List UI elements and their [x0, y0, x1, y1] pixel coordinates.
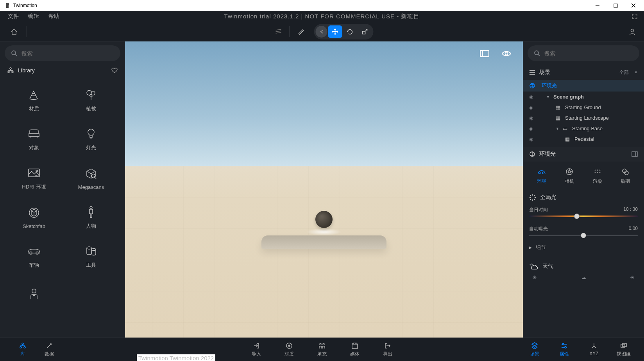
cloud-icon[interactable]: ☁: [581, 275, 586, 280]
time-slider-track[interactable]: [529, 216, 638, 217]
library-search[interactable]: [5, 45, 120, 61]
visibility-icon[interactable]: ◉: [529, 115, 535, 121]
library-item-vehicles[interactable]: 车辆: [6, 238, 62, 275]
viewport-ball: [315, 211, 333, 228]
tab-render[interactable]: 渲染: [586, 168, 609, 185]
rotate-tool-button[interactable]: [343, 25, 357, 38]
library-search-input[interactable]: [21, 50, 114, 57]
library-item-people[interactable]: 人物: [63, 199, 119, 236]
footer-scrap-text: Twinmotion Twinmotion 2022: [137, 354, 215, 361]
scene-filter-label[interactable]: 全部: [619, 69, 629, 76]
bottom-media-button[interactable]: 媒体: [344, 342, 366, 357]
viewport-3d[interactable]: [125, 41, 523, 338]
svg-point-10: [631, 29, 634, 32]
svg-point-29: [92, 249, 96, 251]
time-value: 10 : 30: [623, 207, 638, 213]
tree-row-ground[interactable]: ◉ ▦ Starting Ground: [523, 102, 644, 113]
visibility-icon[interactable]: ◉: [529, 105, 535, 110]
bottom-properties-tab[interactable]: 属性: [553, 342, 575, 357]
tree-row-pedestal[interactable]: ◉ ▦ Pedestal: [523, 134, 644, 144]
viewport-frame-icon[interactable]: [479, 49, 490, 58]
tree-row-envlight[interactable]: 环境光: [523, 80, 644, 92]
menu-edit[interactable]: 编辑: [23, 11, 44, 22]
bottom-export-button[interactable]: 导出: [377, 342, 399, 357]
tab-camera[interactable]: 相机: [558, 168, 581, 185]
bottom-scene-tab[interactable]: 场景: [524, 342, 546, 357]
caret-icon[interactable]: ▼: [556, 127, 560, 131]
move-tool-button[interactable]: [328, 25, 342, 38]
svg-line-6: [276, 29, 281, 30]
bottom-fill-button[interactable]: 填充: [311, 342, 333, 357]
visibility-icon[interactable]: ◉: [529, 126, 535, 131]
camera-icon: [565, 168, 573, 176]
visibility-icon[interactable]: ◉: [529, 136, 535, 142]
exposure-slider[interactable]: 自动曝光 0.00: [523, 223, 644, 239]
axis-icon: [591, 342, 597, 350]
svg-rect-78: [623, 343, 626, 347]
menu-file[interactable]: 文件: [3, 11, 23, 22]
scale-tool-button[interactable]: [358, 25, 372, 38]
svg-line-61: [530, 195, 531, 196]
eyedropper-icon[interactable]: [293, 28, 309, 35]
mesh-icon: ▦: [565, 136, 571, 142]
svg-point-69: [288, 345, 290, 347]
chevron-down-icon[interactable]: ▼: [634, 70, 638, 74]
bottom-import-button[interactable]: 导入: [245, 342, 267, 357]
globe-icon: [529, 151, 535, 157]
tree-row-scene-graph[interactable]: ◉ ▼ Scene graph: [523, 92, 644, 102]
menu-help[interactable]: 帮助: [44, 11, 64, 22]
library-item-lights[interactable]: 灯光: [63, 120, 119, 158]
library-item-megascans[interactable]: Megascans: [63, 160, 119, 197]
svg-point-76: [565, 347, 566, 348]
lines-icon[interactable]: [271, 29, 286, 34]
library-item-vegetation[interactable]: 植被: [63, 81, 119, 119]
scene-search-input[interactable]: [544, 50, 633, 57]
materials-icon: [27, 88, 41, 101]
slider-thumb[interactable]: [581, 233, 586, 238]
bottom-data-tab[interactable]: 数据: [38, 342, 60, 357]
details-expander[interactable]: ▶ 细节: [523, 239, 644, 257]
library-item-sketchfab[interactable]: Sketchfab: [6, 199, 62, 236]
home-button[interactable]: [5, 28, 23, 36]
bottom-viewset-tab[interactable]: 视图组: [613, 342, 635, 357]
sun-small-icon[interactable]: ☀: [630, 275, 635, 280]
time-label: 当日时间: [529, 207, 548, 213]
visibility-icon[interactable]: ◉: [529, 94, 535, 100]
window-close-button[interactable]: [624, 0, 642, 11]
svg-point-11: [12, 51, 16, 55]
bottom-library-tab[interactable]: 库: [12, 342, 34, 357]
hdri-icon: HDR: [27, 166, 41, 180]
library-item-user[interactable]: [6, 277, 62, 314]
time-of-day-slider[interactable]: 当日时间 10 : 30: [523, 204, 644, 219]
tree-row-base[interactable]: ◉ ▼ ▭ Starting Base: [523, 123, 644, 134]
divider: [27, 26, 27, 37]
window-minimize-button[interactable]: [589, 0, 606, 11]
tree-row-landscape[interactable]: ◉ ▦ Starting Landscape: [523, 113, 644, 123]
nav-back-button[interactable]: [316, 26, 327, 38]
tab-post[interactable]: 后期: [614, 168, 637, 185]
panel-layout-icon[interactable]: [631, 151, 638, 157]
search-icon: [11, 50, 17, 56]
fullscreen-icon[interactable]: [631, 13, 638, 20]
fill-icon: [318, 342, 326, 350]
bottom-material-button[interactable]: 材质: [278, 342, 300, 357]
sun-icon[interactable]: ☀: [532, 275, 537, 280]
caret-icon[interactable]: ▼: [546, 95, 550, 99]
library-item-hdri[interactable]: HDR HDRI 环境: [6, 160, 62, 197]
library-item-tools[interactable]: 工具: [63, 238, 119, 275]
library-item-materials[interactable]: 材质: [6, 81, 62, 119]
slider-thumb[interactable]: [574, 214, 580, 219]
scene-search[interactable]: [528, 45, 639, 61]
svg-rect-31: [480, 50, 489, 57]
folder-icon: ▭: [563, 126, 569, 131]
window-maximize-button[interactable]: [606, 0, 624, 11]
sofa-icon: [27, 127, 41, 140]
bottom-xyz-tab[interactable]: XYZ: [583, 342, 605, 357]
viewport-visibility-icon[interactable]: [501, 49, 512, 58]
user-account-icon[interactable]: [628, 28, 636, 36]
svg-rect-77: [621, 344, 625, 347]
library-item-objects[interactable]: 对象: [6, 120, 62, 158]
tab-environment[interactable]: 环境: [530, 168, 553, 185]
exposure-slider-track[interactable]: [529, 235, 638, 236]
heart-icon[interactable]: [111, 67, 118, 74]
